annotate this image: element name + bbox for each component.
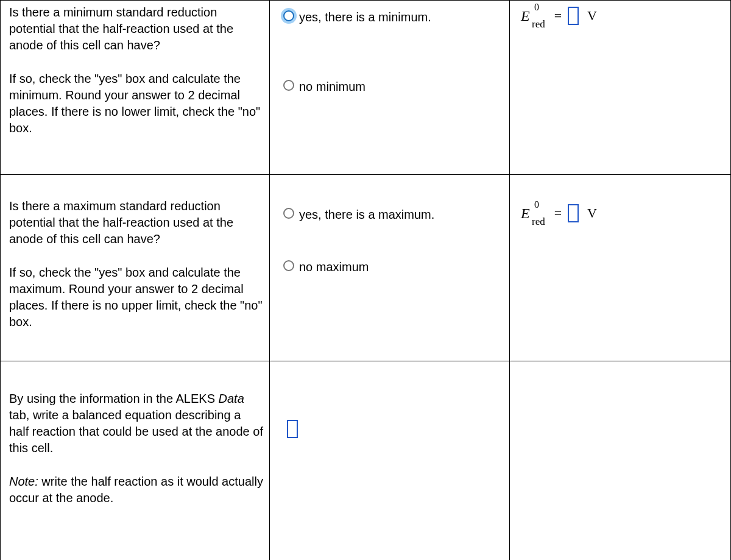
value-cell: E 0 red = V [510, 1, 731, 175]
subscript-red: red [532, 216, 545, 228]
equation: E 0 red = V [521, 7, 597, 25]
question-cell: Is there a maximum standard reduction po… [1, 175, 270, 361]
options-cell [270, 361, 510, 561]
options-cell: yes, there is a maximum. no maximum [270, 175, 510, 361]
question-text: By using the information in the ALEKS Da… [9, 391, 263, 456]
option-label: no minimum [299, 80, 366, 94]
symbol-E: E [521, 8, 530, 24]
question-note: Note: write the half reaction as it woul… [9, 473, 263, 506]
table-row: By using the information in the ALEKS Da… [1, 361, 731, 561]
value-cell [510, 361, 731, 561]
radio-no-maximum[interactable] [283, 260, 294, 271]
question-table: Is there a minimum standard reduction po… [0, 0, 731, 560]
equals-sign: = [554, 8, 562, 24]
unit-volts: V [587, 205, 597, 221]
option-label: no maximum [299, 260, 369, 274]
question-cell: By using the information in the ALEKS Da… [1, 361, 270, 561]
question-instructions: If so, check the "yes" box and calculate… [9, 71, 263, 136]
value-input-minimum[interactable] [568, 7, 579, 25]
equation: E 0 red = V [521, 204, 597, 222]
question-text: Is there a minimum standard reduction po… [9, 4, 263, 54]
table-row: Is there a minimum standard reduction po… [1, 1, 731, 175]
superscript-zero: 0 [534, 2, 539, 13]
value-cell: E 0 red = V [510, 175, 731, 361]
table-row: Is there a maximum standard reduction po… [1, 175, 731, 361]
radio-no-minimum[interactable] [283, 80, 294, 91]
value-input-maximum[interactable] [568, 204, 579, 222]
radio-yes-minimum[interactable] [283, 10, 294, 21]
question-instructions: If so, check the "yes" box and calculate… [9, 264, 263, 330]
option-label: yes, there is a minimum. [299, 10, 431, 24]
options-cell: yes, there is a minimum. no minimum [270, 1, 510, 175]
symbol-E: E [521, 205, 530, 221]
radio-yes-maximum[interactable] [283, 208, 294, 219]
equation-input[interactable] [287, 420, 298, 438]
subscript-red: red [532, 18, 545, 30]
superscript-zero: 0 [534, 199, 539, 210]
question-text: Is there a maximum standard reduction po… [9, 198, 263, 247]
unit-volts: V [587, 8, 597, 24]
option-label: yes, there is a maximum. [299, 208, 434, 222]
question-cell: Is there a minimum standard reduction po… [1, 1, 270, 175]
equals-sign: = [554, 205, 562, 221]
